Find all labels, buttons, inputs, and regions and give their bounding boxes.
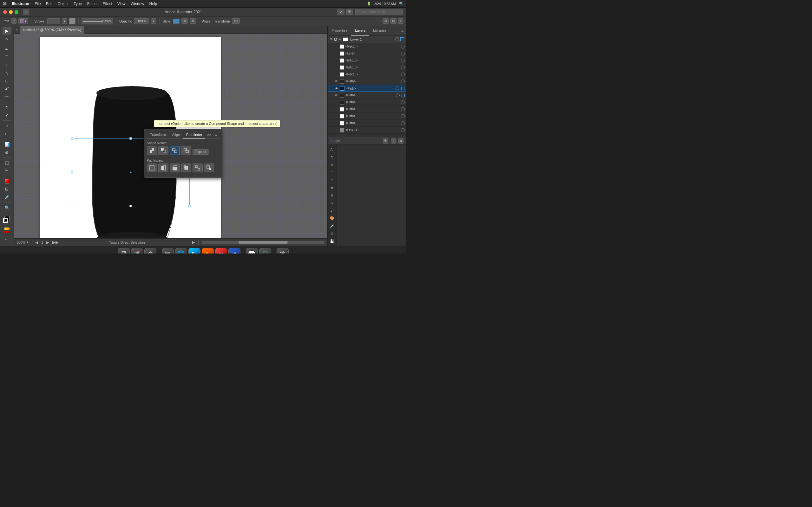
zoom-dropdown-arrow[interactable]: ▾: [27, 240, 29, 244]
layout-icon[interactable]: ⊞: [23, 9, 29, 15]
transform-label[interactable]: Transform: [214, 19, 230, 23]
maximize-button[interactable]: [14, 10, 18, 14]
menu-select[interactable]: Select: [87, 2, 97, 6]
pf-tab-pathfinder[interactable]: Pathfinder: [183, 131, 205, 138]
close-button[interactable]: [3, 10, 7, 14]
tool-direct-selection[interactable]: ↖: [3, 35, 11, 43]
layer-expand-arrow[interactable]: ▼: [329, 38, 333, 41]
apple-menu[interactable]: ⌘: [3, 1, 7, 6]
pf-tab-more[interactable]: >>: [205, 131, 213, 138]
pf-exclude-btn[interactable]: [181, 146, 191, 155]
tool-artboard[interactable]: ⬚: [3, 159, 11, 166]
layer-item-rect1[interactable]: <Rect...>: [328, 43, 406, 50]
dock-settings[interactable]: ⚙: [144, 248, 156, 254]
layer-eye-path7[interactable]: [334, 121, 339, 125]
prop-icon-copy[interactable]: ⊟: [328, 230, 336, 237]
prop-icon-char[interactable]: A: [328, 161, 336, 168]
tool-options-btn1[interactable]: ?: [11, 18, 17, 24]
prop-icon-brush[interactable]: 🖌: [328, 207, 336, 214]
tool-paintbrush[interactable]: 🖌: [3, 85, 11, 93]
menu-help[interactable]: Help: [149, 2, 157, 6]
tool-pen[interactable]: ✒: [3, 46, 11, 53]
dock-illustrator[interactable]: Ai: [202, 248, 214, 254]
pf-tab-align[interactable]: Align: [169, 131, 183, 138]
prop-icon-type[interactable]: T: [328, 169, 336, 176]
zoom-control[interactable]: 300% ▾: [16, 240, 29, 244]
prop-icon-para[interactable]: ¶: [328, 154, 336, 160]
align-label[interactable]: Align: [202, 19, 210, 23]
tool-mesh[interactable]: ⊞: [3, 186, 11, 193]
panel-menu-btn[interactable]: ≡: [398, 18, 403, 24]
prop-icon-eyedrop[interactable]: 💉: [328, 223, 336, 229]
app-menu-illustrator[interactable]: Illustrator: [12, 2, 30, 6]
stroke-dropdown[interactable]: ▾: [62, 18, 67, 24]
stroke-style-select[interactable]: Basic ▾: [82, 18, 113, 24]
transform-options-btn[interactable]: ⊞▾: [232, 18, 240, 24]
tool-selection[interactable]: ▶: [3, 27, 11, 35]
tool-type[interactable]: T: [3, 61, 11, 69]
prop-icon-appearance[interactable]: Ai: [328, 146, 336, 153]
dock-finder[interactable]: 🖥: [118, 248, 130, 254]
tool-swap-mode[interactable]: [3, 227, 11, 234]
tool-zoom[interactable]: 🔍: [3, 204, 11, 211]
layer-eye-rect1[interactable]: [334, 44, 339, 49]
layer-item-path2[interactable]: 👁 <Path>: [328, 85, 406, 92]
tool-rotate[interactable]: ↻: [3, 104, 11, 111]
style-color-box[interactable]: [173, 19, 180, 24]
tool-fill-color[interactable]: ▾: [18, 18, 28, 24]
dock-spotify[interactable]: 🎵: [259, 248, 271, 254]
tool-symbol[interactable]: ⊕: [3, 149, 11, 156]
layer-eye-link[interactable]: [334, 128, 339, 132]
pf-merge-btn[interactable]: [170, 164, 180, 172]
tool-line[interactable]: ╲: [3, 69, 11, 77]
dock-photoshop[interactable]: Ps: [189, 248, 200, 254]
tab-close-btn[interactable]: ✕: [15, 26, 20, 34]
menu-type[interactable]: Type: [73, 2, 82, 6]
search-layers-btn[interactable]: 🔍: [383, 138, 388, 144]
tool-eyedropper[interactable]: 💉: [3, 193, 11, 201]
minimize-button[interactable]: [9, 10, 13, 14]
pf-panel-menu[interactable]: ≡: [213, 131, 219, 138]
dock-messages[interactable]: 💬: [246, 248, 258, 254]
delete-layer-btn[interactable]: 🗑: [398, 138, 403, 144]
h-scrollbar-thumb[interactable]: [239, 241, 288, 244]
layer-item-path5[interactable]: <Path>: [328, 106, 406, 113]
layer-eye-ellip1[interactable]: [334, 58, 339, 63]
layer-item-path6[interactable]: <Path>: [328, 113, 406, 120]
menu-file[interactable]: File: [35, 2, 41, 6]
layer-eye-path6[interactable]: [334, 114, 339, 118]
panel-toggle-btn2[interactable]: ⊟: [390, 18, 397, 24]
canvas-tab-main[interactable]: Untitled-1* @ 300 % (CMYK/Preview): [20, 26, 85, 34]
layer-item-rect2[interactable]: <Rect...>: [328, 71, 406, 78]
status-arrow-btn[interactable]: ▶: [192, 240, 195, 245]
search-icon[interactable]: 🔍: [399, 2, 403, 6]
stroke-color-swatch[interactable]: [69, 18, 75, 24]
opacity-input[interactable]: [134, 18, 149, 24]
prev-artboard-btn[interactable]: ◀: [35, 240, 38, 245]
layer-item-link[interactable]: <Link...>: [328, 127, 406, 134]
canvas-inner[interactable]: Transform Align Pathfinder >> ≡ Shape Mo…: [14, 34, 327, 238]
tool-curvature[interactable]: ⌒: [3, 54, 11, 61]
prop-icon-paint[interactable]: 🎨: [328, 215, 336, 222]
pf-intersect-btn[interactable]: [170, 146, 180, 155]
menu-effect[interactable]: Effect: [102, 2, 112, 6]
layer-group-header[interactable]: ▼ ● Layer 1: [328, 36, 406, 43]
layer-lock-circle[interactable]: [395, 38, 399, 41]
dock-chrome[interactable]: 🌐: [175, 248, 187, 254]
prop-icon-transform[interactable]: ⊞: [328, 192, 336, 199]
layer-eye-path1[interactable]: 👁: [334, 79, 339, 83]
pf-divide-btn[interactable]: [147, 164, 157, 172]
layer-item-ellip1[interactable]: <Ellip...>: [328, 57, 406, 64]
layer-item-path1[interactable]: 👁 <Path>: [328, 78, 406, 85]
prop-icon-link[interactable]: ⊕: [328, 177, 336, 183]
layer-item-path3[interactable]: 👁 <Path>: [328, 92, 406, 99]
tab-libraries[interactable]: Libraries: [369, 26, 390, 36]
prop-icon-save[interactable]: 💾: [328, 238, 336, 245]
dock-trash[interactable]: 🗑: [276, 248, 289, 254]
tool-width[interactable]: ⊏: [3, 130, 11, 137]
more-tools-btn[interactable]: ···: [3, 234, 11, 245]
tool-slice[interactable]: ✂: [3, 167, 11, 174]
tab-properties[interactable]: Properties: [328, 26, 351, 36]
layer-eye-line[interactable]: [334, 51, 339, 56]
dock-acrobat[interactable]: Ac: [215, 248, 227, 254]
